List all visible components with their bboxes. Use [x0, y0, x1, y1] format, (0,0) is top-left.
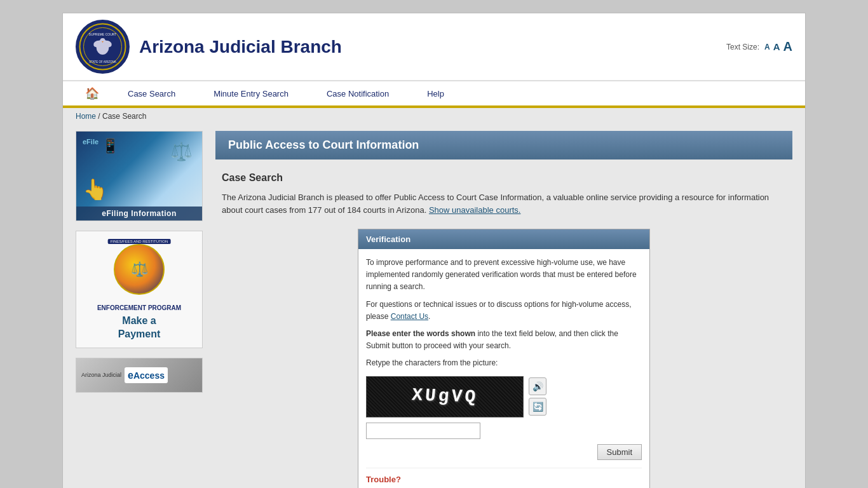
verification-header: Verification	[358, 229, 649, 249]
case-search-section: Case Search The Arizona Judicial Branch …	[215, 172, 792, 488]
instruction-text: Please enter the words shown into the te…	[366, 328, 642, 352]
svg-text:SUPREME COURT: SUPREME COURT	[89, 32, 117, 36]
text-size-large[interactable]: A	[783, 39, 792, 54]
header: SUPREME COURT STATE OF ARIZONA Arizona J…	[63, 13, 805, 81]
sidebar: eFile ⚖️ 📱 👆 eFiling Information ⚖️ FINE…	[76, 131, 203, 488]
nav-bar: 🏠 Case Search Minute Entry Search Case N…	[63, 81, 805, 108]
captcha-input[interactable]	[366, 423, 480, 439]
content-area: Public Access to Court Information Case …	[203, 131, 792, 488]
nav-case-notification[interactable]: Case Notification	[308, 83, 408, 105]
fare-circle: ⚖️	[114, 244, 165, 295]
captcha-refresh-btn[interactable]: 🔄	[529, 398, 546, 416]
trouble-title: Trouble?	[366, 473, 642, 487]
header-left: SUPREME COURT STATE OF ARIZONA Arizona J…	[76, 20, 342, 74]
verification-body: To improve performance and to prevent ex…	[358, 249, 649, 488]
captcha-image: XUgVQ	[366, 376, 524, 417]
page-wrapper: SUPREME COURT STATE OF ARIZONA Arizona J…	[62, 13, 806, 488]
nav-minute-entry-search[interactable]: Minute Entry Search	[194, 83, 308, 105]
captcha-audio-btn[interactable]: 🔊	[529, 377, 546, 395]
make-payment-link[interactable]: Make a Payment	[83, 315, 196, 341]
page-title: Public Access to Court Information	[228, 139, 419, 151]
fare-enforcement-text: ENFORCEMENT PROGRAM	[83, 304, 196, 311]
nav-help[interactable]: Help	[408, 83, 463, 105]
page-header-bar: Public Access to Court Information	[215, 131, 792, 159]
efile-overlay-text: eFile	[83, 138, 98, 146]
captcha-row: XUgVQ 🔊 🔄	[366, 376, 642, 417]
show-unavailable-link[interactable]: Show unavailable courts.	[429, 205, 521, 215]
verification-text1: To improve performance and to prevent ex…	[366, 257, 642, 294]
main-layout: eFile ⚖️ 📱 👆 eFiling Information ⚖️ FINE…	[63, 125, 805, 488]
breadcrumb-current: Case Search	[102, 112, 146, 121]
captcha-buttons: 🔊 🔄	[529, 377, 546, 416]
retype-label: Retype the characters from the picture:	[366, 357, 642, 369]
verification-box: Verification To improve performance and …	[358, 229, 650, 488]
efiling-image: eFile ⚖️ 📱 👆 eFiling Information	[76, 132, 202, 220]
verification-text2: For questions or technical issues or to …	[366, 299, 642, 323]
submit-row: Submit	[366, 444, 642, 460]
text-size-label: Text Size:	[726, 43, 759, 51]
eaccess-subtitle: Arizona Judicial	[81, 372, 121, 379]
home-nav-icon[interactable]: 🏠	[76, 81, 109, 105]
eaccess-card[interactable]: Arizona Judicial eAccess	[76, 358, 203, 393]
submit-button[interactable]: Submit	[597, 444, 642, 460]
fare-logo: ⚖️ FINES/FEES AND RESTITUTION	[83, 238, 196, 301]
nav-case-search[interactable]: Case Search	[109, 83, 194, 105]
breadcrumb: Home / Case Search	[63, 108, 805, 125]
efiling-label: eFiling Information	[76, 207, 202, 220]
text-size-medium[interactable]: A	[773, 41, 780, 52]
contact-us-link[interactable]: Contact Us	[391, 312, 428, 321]
court-seal-logo: SUPREME COURT STATE OF ARIZONA	[76, 20, 130, 74]
trouble-section: Trouble? If you are having problems subm…	[366, 468, 642, 489]
intro-text: The Arizona Judicial Branch is pleased t…	[222, 191, 786, 216]
svg-text:STATE OF ARIZONA: STATE OF ARIZONA	[89, 60, 116, 64]
text-size-controls: Text Size: A A A	[726, 39, 792, 54]
fare-card[interactable]: ⚖️ FINES/FEES AND RESTITUTION ENFORCEMEN…	[76, 231, 203, 348]
eaccess-inner: Arizona Judicial eAccess	[76, 358, 202, 392]
eaccess-logo: eAccess	[125, 367, 168, 383]
captcha-text: XUgVQ	[410, 381, 479, 412]
efiling-card[interactable]: eFile ⚖️ 📱 👆 eFiling Information	[76, 131, 203, 221]
text-size-small[interactable]: A	[764, 43, 770, 51]
site-title: Arizona Judicial Branch	[139, 37, 342, 57]
section-title: Case Search	[222, 172, 786, 184]
breadcrumb-home[interactable]: Home	[76, 112, 96, 121]
